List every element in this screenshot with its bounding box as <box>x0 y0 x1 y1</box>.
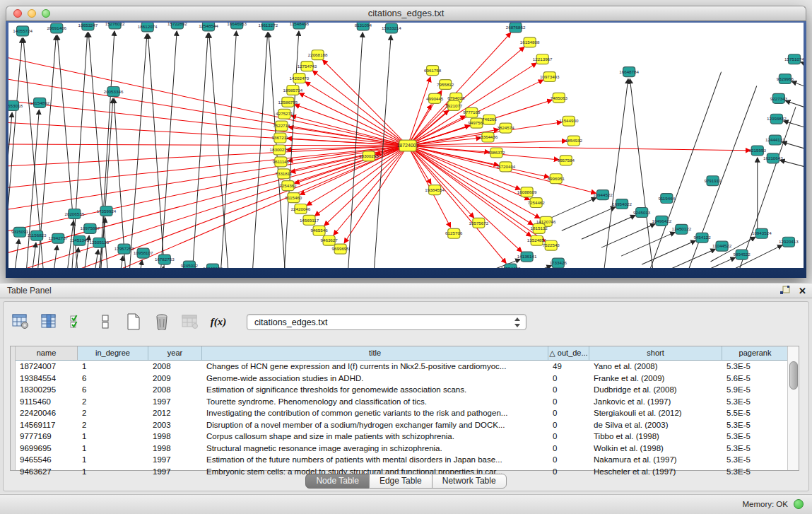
network-node[interactable]: 9454122 <box>693 233 711 243</box>
network-node[interactable]: 18612074 <box>138 23 158 32</box>
network-node[interactable]: 11156823 <box>28 230 47 240</box>
table-row[interactable]: 969969511998Structural magnetic resonanc… <box>16 443 799 455</box>
network-node[interactable]: 22420046 <box>291 204 311 214</box>
network-node[interactable]: 15933214 <box>382 23 401 33</box>
network-node[interactable]: 7485063 <box>551 93 568 103</box>
network-node[interactable]: 9611145 <box>273 157 290 167</box>
network-node[interactable]: 9699695 <box>332 244 350 254</box>
network-node[interactable]: 9115460 <box>286 193 302 203</box>
network-node[interactable]: 1854932 <box>565 136 583 146</box>
network-node[interactable]: 15276022 <box>105 23 125 29</box>
network-node[interactable]: 14202470 <box>290 74 310 83</box>
network-node[interactable]: 4275271 <box>276 109 293 119</box>
network-node[interactable]: 20206535 <box>65 209 85 218</box>
new-table-icon[interactable] <box>124 312 143 332</box>
select-rows-checklist-icon[interactable] <box>67 312 87 332</box>
network-node[interactable]: 7331811 <box>276 169 293 179</box>
column-header[interactable]: in_degree <box>78 346 148 360</box>
network-node[interactable]: 7955812 <box>437 80 454 90</box>
network-node[interactable]: 1815132 <box>531 223 548 233</box>
network-node[interactable]: 16954022 <box>612 199 632 209</box>
network-node[interactable]: 9791919 <box>704 176 722 186</box>
network-node[interactable]: 10975887 <box>81 223 100 233</box>
network-node[interactable]: 12754743 <box>298 62 317 71</box>
network-node[interactable]: 9245012 <box>181 261 199 268</box>
network-node[interactable]: 3824574 <box>497 123 514 133</box>
float-panel-icon[interactable] <box>780 285 790 298</box>
network-node[interactable]: 16720404 <box>496 162 516 172</box>
tab-network-table[interactable]: Network Table <box>432 474 507 489</box>
network-canvas[interactable]: 1872400722068188127547431420247018985734… <box>8 23 804 268</box>
network-node[interactable]: 7254462 <box>528 198 546 208</box>
network-node[interactable]: 9329966 <box>777 74 794 84</box>
table-row[interactable]: 977716911998Corpus callosum shape and si… <box>16 431 799 443</box>
table-selector-dropdown[interactable]: citations_edges.txt <box>247 314 526 330</box>
network-node[interactable]: 14055724 <box>13 26 33 36</box>
network-node[interactable]: 12450122 <box>672 224 692 234</box>
scrollbar-thumb[interactable] <box>789 361 798 390</box>
network-node[interactable]: 7522543 <box>543 240 560 250</box>
network-node[interactable]: 11544930 <box>559 116 579 126</box>
table-row[interactable]: 2242004622012Investigating the contribut… <box>16 407 799 419</box>
table-row[interactable]: 1872400712008Changes of HCN gene express… <box>16 361 799 373</box>
network-node[interactable]: 15722892 <box>167 23 187 29</box>
table-row[interactable]: 911546021997Tourette syndrome. Phenomeno… <box>16 396 799 408</box>
network-canvas-svg[interactable]: 1872400722068188127547431420247018985734… <box>8 23 804 268</box>
network-node[interactable]: 12444131 <box>765 135 785 145</box>
network-node[interactable]: 19613272 <box>258 23 278 30</box>
tab-edge-table[interactable]: Edge Table <box>369 474 433 489</box>
network-node[interactable]: 9894522 <box>734 250 751 259</box>
table-settings-icon[interactable] <box>11 312 30 332</box>
network-node[interactable]: 6125706 <box>445 228 463 238</box>
network-node[interactable]: 10340122 <box>203 264 223 268</box>
network-node[interactable]: 9119464 <box>658 194 675 204</box>
column-header[interactable]: △ out_de... <box>548 346 589 360</box>
row-height-icon[interactable] <box>95 312 115 332</box>
tab-node-table[interactable]: Node Table <box>305 474 370 489</box>
network-node[interactable]: 14136141 <box>517 252 537 262</box>
network-node[interactable]: 8131094 <box>355 23 372 30</box>
network-node[interactable]: 16648784 <box>619 67 639 77</box>
network-node[interactable]: 10944522 <box>593 190 613 200</box>
vertical-scrollbar[interactable] <box>787 346 799 470</box>
network-node[interactable]: 18724007 <box>396 140 418 151</box>
zoom-window-button[interactable] <box>42 9 50 18</box>
network-node[interactable]: 26876862 <box>506 23 526 33</box>
network-node[interactable]: 4990445 <box>426 93 444 103</box>
table-row[interactable]: 946554611997Estimation of the future num… <box>16 454 799 466</box>
network-node[interactable]: 20691406 <box>47 23 66 33</box>
network-node[interactable]: 9957584 <box>558 156 575 165</box>
network-node[interactable]: 18300271 <box>270 145 290 155</box>
network-node[interactable]: 16954422 <box>501 264 521 268</box>
delete-table-icon[interactable] <box>152 312 172 332</box>
network-node[interactable]: 16646953 <box>227 23 247 29</box>
network-node[interactable]: 9315091 <box>11 227 29 237</box>
dropdown-stepper-icon[interactable] <box>513 317 522 328</box>
network-node[interactable]: 1733426 <box>550 258 567 268</box>
network-node[interactable]: 22068188 <box>308 50 328 60</box>
network-node[interactable]: 18154892 <box>30 98 49 107</box>
network-node[interactable]: 16782753 <box>155 255 175 264</box>
network-node[interactable]: 12942737 <box>48 233 68 243</box>
network-node[interactable]: 20053346 <box>104 86 124 96</box>
network-node[interactable]: 10653247 <box>78 23 98 30</box>
close-panel-icon[interactable]: ✕ <box>799 286 806 296</box>
network-node[interactable]: 9367211 <box>271 133 288 143</box>
column-header[interactable]: name <box>16 346 78 360</box>
network-node[interactable]: 23364436 <box>478 132 498 142</box>
network-node[interactable]: 12213967 <box>533 54 553 64</box>
minimize-window-button[interactable] <box>28 9 36 18</box>
network-node[interactable]: 16154808 <box>520 37 540 47</box>
network-node[interactable]: 6961758 <box>424 66 442 76</box>
close-window-button[interactable] <box>13 9 22 18</box>
network-node[interactable]: 9245013 <box>633 207 651 217</box>
network-node[interactable]: 11451341 <box>70 235 90 245</box>
network-node[interactable]: 8215953 <box>749 146 767 156</box>
network-node[interactable]: 9227343 <box>770 93 788 103</box>
network-node[interactable]: 746266 <box>482 115 497 124</box>
network-node[interactable]: 11548498 <box>290 23 310 29</box>
network-node[interactable]: 12548544 <box>199 23 218 31</box>
network-node[interactable]: 12505135 <box>90 238 110 247</box>
network-node[interactable]: 12093832 <box>767 114 787 124</box>
network-node[interactable]: 11044522 <box>712 241 732 251</box>
